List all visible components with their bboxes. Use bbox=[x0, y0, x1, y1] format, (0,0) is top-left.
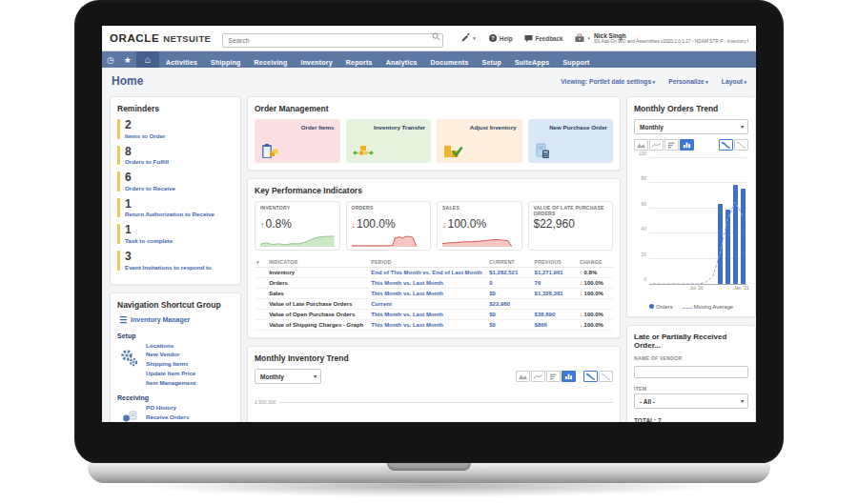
legend-dash-icon bbox=[683, 308, 692, 309]
personalize-menu[interactable]: Personalize bbox=[668, 78, 708, 85]
inventory-transfer-tile[interactable]: Inventory Transfer bbox=[346, 119, 432, 163]
kpi-card-sales[interactable]: SALES ↓100.0% bbox=[437, 201, 522, 251]
help-button[interactable]: ? Help bbox=[489, 34, 513, 42]
nav-item-reports[interactable]: Reports bbox=[339, 59, 379, 66]
feedback-button[interactable]: Feedback bbox=[524, 34, 563, 43]
period-cell[interactable]: This Month vs. Last Month bbox=[369, 278, 487, 289]
column-chart-icon[interactable] bbox=[562, 371, 576, 382]
row-caret bbox=[255, 278, 267, 289]
reminder-item[interactable]: 1Task to complete bbox=[117, 224, 234, 244]
kpi-card-late-po-value[interactable]: VALUE OF LATE PURCHASE ORDERS $22,960 bbox=[528, 201, 614, 251]
reminders-portlet: Reminders 2Items to Order8Orders to Fulf… bbox=[110, 96, 241, 285]
table-row[interactable]: SalesThis Month vs. Last Month$0$1,326,3… bbox=[255, 289, 613, 299]
total-label: TOTAL: 7 bbox=[634, 417, 748, 422]
table-row[interactable]: Value of Late Purchase OrdersCurrent$22,… bbox=[255, 299, 613, 310]
up-arrow-icon: ↑ bbox=[580, 270, 584, 275]
order-items-tile[interactable]: Order Items bbox=[255, 119, 340, 163]
smooth-line-on-icon[interactable] bbox=[719, 139, 733, 151]
kpi-card-orders[interactable]: ORDERS ↓100.0% bbox=[346, 201, 432, 251]
quick-add-button[interactable]: ▾ bbox=[460, 33, 476, 43]
reminder-item[interactable]: 1Return Authorization to Receive bbox=[117, 198, 234, 218]
user-menu[interactable]: ▾ Nick Singh SS Add-On WO and Assemblies… bbox=[575, 32, 748, 45]
shortcut-link-shipping-items[interactable]: Shipping Items bbox=[146, 359, 234, 369]
reminder-label: Event Invitations to respond to bbox=[125, 264, 212, 271]
period-cell[interactable]: This Month vs. Last Month bbox=[369, 289, 487, 299]
reminder-count: 1 bbox=[125, 224, 173, 236]
area-chart-icon[interactable] bbox=[516, 371, 530, 382]
shortcuts-star-icon[interactable]: ★ bbox=[119, 55, 136, 65]
period-cell[interactable]: This Month vs. Last Month bbox=[369, 310, 487, 320]
nav-item-suiteapps[interactable]: SuiteApps bbox=[508, 59, 556, 66]
nav-item-receiving[interactable]: Receiving bbox=[248, 59, 295, 66]
kpi-card-inventory[interactable]: INVENTORY ↑0.8% bbox=[255, 201, 340, 251]
receiver-person-icon bbox=[119, 410, 140, 422]
layout-menu[interactable]: Layout bbox=[722, 78, 746, 85]
period-cell[interactable]: This Month vs. Last Month bbox=[369, 320, 487, 331]
nav-item-setup[interactable]: Setup bbox=[476, 59, 508, 66]
table-row[interactable]: OrdersThis Month vs. Last Month076↓ 100.… bbox=[255, 278, 613, 289]
vendor-input[interactable] bbox=[634, 366, 748, 378]
column-chart-icon[interactable] bbox=[680, 139, 694, 151]
viewing-portlet-settings-menu[interactable]: Viewing: Portlet date settings bbox=[561, 78, 655, 85]
table-row[interactable]: Value of Open Purchase OrdersThis Month … bbox=[255, 310, 613, 320]
table-row[interactable]: Value of Shipping Charges - GraphThis Mo… bbox=[255, 320, 613, 331]
current-cell: $22,960 bbox=[487, 299, 532, 310]
shortcut-link-new-vendor[interactable]: New Vendor bbox=[146, 350, 234, 359]
inventory-manager-link[interactable]: ☰ Inventory Manager bbox=[119, 315, 234, 325]
reminder-item[interactable]: 8Orders to Fulfill bbox=[117, 146, 234, 166]
hbar-chart-icon[interactable] bbox=[546, 371, 561, 382]
down-arrow-icon: ↓ bbox=[580, 322, 584, 328]
search-input[interactable] bbox=[222, 33, 443, 48]
table-row[interactable]: InventoryEnd of This Month vs. End of La… bbox=[255, 268, 613, 278]
nav-item-shipping[interactable]: Shipping bbox=[204, 59, 248, 66]
late-orders-title: Late or Partially Received Order... bbox=[634, 333, 748, 350]
main-nav-bar: ◷ ★ ⌂ ActivitiesShippingReceivingInvento… bbox=[102, 51, 756, 68]
reminder-body: 1Task to complete bbox=[125, 224, 173, 244]
shortcut-link-update-item-price[interactable]: Update Item Price bbox=[146, 369, 234, 378]
recent-records-clock-icon[interactable]: ◷ bbox=[102, 55, 119, 65]
period-cell[interactable]: End of This Month vs. End of Last Month bbox=[369, 268, 487, 278]
user-name: Nick Singh bbox=[594, 32, 748, 40]
orders-trend-period-select[interactable]: Monthly bbox=[634, 119, 748, 134]
netsuite-logo: ORACLE NETSUITE bbox=[110, 32, 211, 44]
reminder-count: 3 bbox=[125, 251, 212, 263]
change-cell: ↓ 100.0% bbox=[578, 289, 613, 299]
line-chart-icon[interactable] bbox=[649, 139, 664, 151]
nav-item-analytics[interactable]: Analytics bbox=[379, 59, 424, 66]
nav-item-documents[interactable]: Documents bbox=[424, 59, 476, 66]
kpi-card-value: 100.0% bbox=[448, 217, 487, 231]
shortcut-group: LocationsNew VendorShipping ItemsUpdate … bbox=[117, 341, 234, 389]
shortcut-link-receive-orders[interactable]: Receive Orders bbox=[146, 413, 234, 422]
home-icon: ⌂ bbox=[145, 54, 151, 65]
reminder-item[interactable]: 3Event Invitations to respond to bbox=[117, 251, 234, 271]
item-select[interactable]: - All - bbox=[634, 393, 748, 409]
inventory-trend-period-select[interactable]: Monthly bbox=[255, 369, 321, 384]
nav-item-support[interactable]: Support bbox=[556, 59, 596, 66]
tile-label: Order Items bbox=[301, 124, 335, 131]
reminder-bar bbox=[117, 171, 120, 192]
area-chart-icon[interactable] bbox=[634, 139, 648, 151]
reminder-item[interactable]: 2Items to Order bbox=[117, 119, 234, 139]
line-chart-icon[interactable] bbox=[531, 371, 545, 382]
period-cell[interactable]: Current bbox=[369, 299, 487, 310]
row-caret bbox=[255, 268, 267, 278]
filter-caret-icon[interactable]: ▾ bbox=[255, 257, 267, 268]
home-tab[interactable]: ⌂ bbox=[136, 51, 159, 68]
smooth-line-off-icon[interactable] bbox=[599, 371, 613, 382]
smooth-line-off-icon[interactable] bbox=[734, 139, 748, 151]
reminder-bar bbox=[117, 198, 120, 218]
adjust-inventory-tile[interactable]: Adjust Inventory bbox=[437, 119, 522, 163]
reminder-label: Orders to Fulfill bbox=[125, 158, 169, 165]
hbar-chart-icon[interactable] bbox=[664, 139, 679, 151]
kpi-card-value: 100.0% bbox=[357, 217, 396, 231]
shortcut-link-locations[interactable]: Locations bbox=[146, 341, 234, 351]
page-header: Home Viewing: Portlet date settings Pers… bbox=[102, 68, 756, 94]
reminder-item[interactable]: 6Orders to Receive bbox=[117, 171, 234, 192]
new-purchase-order-tile[interactable]: New Purchase Order bbox=[528, 119, 614, 163]
smooth-line-on-icon[interactable] bbox=[583, 371, 598, 382]
shortcut-link-po-history[interactable]: PO History bbox=[146, 403, 234, 413]
monthly-inventory-trend-portlet: Monthly Inventory Trend Monthly 1,500.00 bbox=[247, 346, 621, 422]
nav-item-activities[interactable]: Activities bbox=[159, 59, 204, 66]
nav-item-inventory[interactable]: Inventory bbox=[294, 59, 338, 66]
shortcut-link-item-management[interactable]: Item Management bbox=[146, 378, 234, 388]
